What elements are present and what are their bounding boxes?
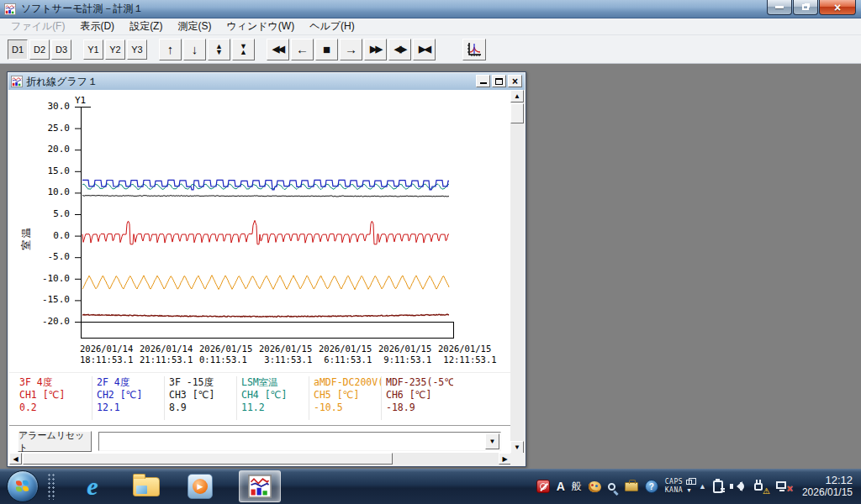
graph-settings-button[interactable] (462, 39, 486, 60)
expand-vertical-button[interactable]: ▲▼ (208, 39, 230, 60)
expand-horizontal-button-icon: ◀▶ (394, 44, 405, 55)
series-ch3-line (82, 196, 449, 197)
fast-rewind-button[interactable]: ◀◀ (267, 39, 289, 60)
y-tick-label: -5.0 (34, 251, 70, 262)
scroll-up-arrow[interactable]: ▲ (510, 90, 524, 102)
taskbar-grip (47, 473, 55, 500)
chevron-down-icon: ▼ (686, 486, 692, 495)
x-tick-label: 2026/01/15 9:11:53.1 (378, 344, 442, 365)
explorer-taskbar-button[interactable] (129, 470, 163, 502)
triangle-down-icon: ▼ (514, 444, 520, 451)
combobox-dropdown-button[interactable]: ▼ (485, 433, 499, 449)
stop-button[interactable]: ■ (315, 39, 338, 60)
menu-item-0[interactable]: ファイル(F) (3, 18, 72, 35)
minimize-icon (480, 82, 487, 84)
minimize-button[interactable] (767, 0, 792, 15)
compress-horizontal-button[interactable]: ▶◀ (413, 39, 436, 60)
menu-item-4[interactable]: ウィンドウ(W) (219, 18, 302, 35)
chevron-down-icon: ▼ (489, 438, 496, 445)
volume-tray-icon[interactable] (730, 480, 747, 493)
legend-separator (9, 372, 511, 373)
series-ch6-line (82, 314, 449, 317)
y-tick-label: 5.0 (34, 208, 70, 219)
expand-horizontal-button[interactable]: ◀▶ (388, 39, 411, 60)
toolbox-tray-icon[interactable] (625, 482, 638, 491)
channel-name: 3F 4度 (19, 376, 92, 389)
horizontal-scroll-thumb[interactable] (23, 453, 393, 465)
antivirus-tray-icon[interactable] (536, 480, 550, 493)
menu-item-3[interactable]: 測定(S) (170, 18, 219, 35)
toolbar-button-d1[interactable]: D1 (8, 39, 28, 60)
scroll-down-arrow[interactable]: ▼ (510, 441, 524, 454)
clock-time: 12:12 (802, 474, 853, 486)
step-left-button[interactable]: ← (291, 39, 314, 60)
divider (9, 425, 511, 427)
media-player-taskbar-button[interactable]: ▶ (183, 470, 217, 502)
scroll-up-button[interactable]: ↑ (159, 39, 182, 60)
measurement-app-icon (247, 475, 272, 498)
measurement-app-taskbar-button[interactable] (239, 470, 281, 502)
graph-window-titlebar[interactable]: 折れ線グラフ１ × (8, 73, 525, 90)
clipboard-tray-icon[interactable] (713, 480, 723, 493)
series-ch1-line (82, 220, 449, 244)
toolbar-button-d2[interactable]: D2 (29, 39, 50, 60)
ime-general-indicator[interactable]: 般 (572, 480, 582, 494)
windows-stack-icon (686, 480, 692, 485)
start-button[interactable] (7, 470, 39, 502)
fast-forward-button[interactable]: ▶▶ (364, 39, 387, 60)
triangle-right-icon: ▶ (502, 455, 507, 463)
help-tray-icon[interactable]: ? (645, 480, 658, 493)
scroll-down-button[interactable]: ↓ (183, 39, 206, 60)
horizontal-scrollbar[interactable]: ◀ ▶ (9, 453, 511, 465)
y-tick-label: -10.0 (34, 273, 70, 284)
display-button-group: D1D2D3 (8, 39, 73, 60)
menu-item-2[interactable]: 設定(Z) (122, 18, 170, 35)
y-tick-label: -20.0 (34, 316, 70, 327)
y-axis-name: Y1 (75, 95, 86, 106)
network-error-tray-icon[interactable]: × (775, 480, 792, 493)
toolbar-button-y1[interactable]: Y1 (83, 39, 103, 60)
app-titlebar[interactable]: ソフトサーモ計測－計測１ × (0, 0, 861, 18)
menu-item-5[interactable]: ヘルプ(H) (302, 18, 362, 35)
toolbar-button-y3[interactable]: Y3 (127, 39, 147, 60)
graph-maximize-button[interactable] (492, 75, 506, 87)
vertical-scroll-thumb[interactable] (510, 103, 524, 123)
scroll-range-box (82, 323, 454, 339)
step-right-button[interactable]: → (340, 39, 362, 60)
graph-window: 折れ線グラフ１ × Y1 室温 30.025.020.015.010.05.00… (7, 71, 526, 467)
scroll-left-arrow[interactable]: ◀ (9, 453, 22, 465)
toolbar-button-d3[interactable]: D3 (51, 39, 71, 60)
clock[interactable]: 12:12 2026/01/15 (802, 474, 853, 499)
show-hidden-icons-chevron[interactable]: ▲ (699, 482, 706, 491)
power-warning-tray-icon[interactable]: ⚠ (753, 480, 769, 493)
alarm-reset-button[interactable]: アラームリセット (18, 431, 92, 452)
channel-value: 11.2 (241, 402, 309, 414)
line-chart (9, 90, 511, 342)
graph-close-button[interactable]: × (508, 75, 522, 87)
message-combobox[interactable]: ▼ (98, 432, 501, 451)
ie-taskbar-button[interactable]: e (76, 470, 109, 502)
close-icon: × (834, 2, 841, 13)
x-tick-label: 2026/01/15 12:11:53.1 (438, 344, 502, 365)
legend-channel-5: aMDF-DC200V(+7CH5 [℃]-10.5 (309, 376, 381, 420)
vertical-nav-group: ↑↓▲▼▼▲ (159, 39, 256, 60)
y-axis-label: 室温 (19, 227, 34, 250)
ime-state-indicator[interactable]: CAPS KANA▼ (665, 478, 692, 495)
vertical-scrollbar[interactable]: ▲ ▼ (510, 90, 524, 454)
ime-mode-indicator[interactable]: A (557, 480, 565, 493)
restore-button[interactable] (793, 0, 818, 15)
y-tick-label: 0.0 (34, 230, 70, 241)
mdi-area: 折れ線グラフ１ × Y1 室温 30.025.020.015.010.05.00… (0, 64, 861, 469)
channel-label: CH1 [℃] (19, 389, 92, 402)
close-button[interactable]: × (819, 0, 856, 15)
channel-value: 8.9 (169, 402, 236, 414)
error-cross-icon: × (787, 483, 793, 495)
search-tray-icon[interactable] (608, 483, 615, 491)
scroll-right-arrow[interactable]: ▶ (499, 453, 511, 465)
windows-logo-icon (16, 480, 29, 492)
compress-vertical-button[interactable]: ▼▲ (232, 39, 255, 60)
graph-minimize-button[interactable] (476, 75, 490, 87)
ime-palette-icon[interactable] (589, 481, 601, 492)
menu-item-1[interactable]: 表示(D) (72, 18, 122, 35)
toolbar-button-y2[interactable]: Y2 (105, 39, 125, 60)
